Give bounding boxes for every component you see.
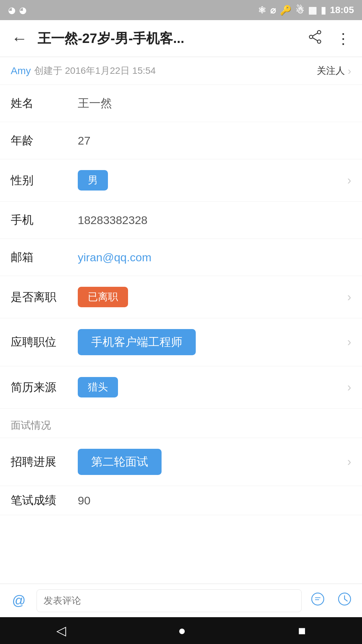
section-header-label: 面试情况 [11, 420, 51, 431]
field-row[interactable]: 简历来源猎头› [0, 366, 362, 409]
comment-icon-button[interactable] [307, 588, 328, 613]
created-text: 创建于 2016年1月22日 15:54 [34, 64, 156, 77]
status-left-icons: ◕ ◕ [8, 5, 27, 15]
tag-blue-2[interactable]: 男 [78, 170, 108, 191]
field-row[interactable]: 是否离职已离职› [0, 276, 362, 318]
field-row: 笔试成绩90 [0, 486, 362, 515]
field-label-4: 邮箱 [11, 250, 78, 265]
tag-blue-7[interactable]: 猎头 [78, 377, 118, 397]
nav-bar: ◁ ● ■ [0, 617, 362, 644]
field-row[interactable]: 应聘职位手机客户端工程师› [0, 318, 362, 366]
minus-icon: ⌀ [270, 5, 276, 16]
sim-icon: ▦ [308, 5, 317, 16]
field-row: 年龄27 [0, 122, 362, 159]
key-icon: 🔑 [280, 5, 292, 16]
nav-home-button[interactable]: ● [165, 620, 199, 641]
bottom-input-bar: @ [0, 584, 362, 617]
svg-line-3 [313, 33, 318, 36]
chevron-icon-r0: › [347, 455, 351, 469]
field-label-r1: 笔试成绩 [11, 493, 78, 508]
author-name[interactable]: Amy [11, 65, 31, 76]
nav-back-button[interactable]: ◁ [43, 620, 79, 641]
comment-input[interactable] [37, 589, 302, 612]
field-label-2: 性别 [11, 173, 78, 188]
recruitment-fields-container: 招聘进展第二轮面试›笔试成绩90 [0, 438, 362, 515]
chevron-icon-6: › [347, 335, 351, 349]
wifi-icon: ◕ [8, 5, 16, 15]
follow-link[interactable]: 关注人 › [317, 64, 351, 77]
back-button[interactable]: ← [8, 26, 31, 51]
status-bar: ◕ ◕ ⚛ ⌀ 🔑 ☃ ▦ ▮ 18:05 [0, 0, 362, 20]
field-value-6[interactable]: 手机客户端工程师 [78, 329, 344, 355]
svg-line-10 [345, 599, 347, 601]
field-label-r0: 招聘进展 [11, 454, 78, 470]
field-row: 姓名王一然 [0, 85, 362, 122]
field-value-4: yiran@qq.com [78, 251, 351, 264]
status-right-area: ⚛ ⌀ 🔑 ☃ ▦ ▮ 18:05 [258, 5, 354, 16]
signal-bars-icon: ☃ [296, 5, 304, 16]
field-value-1: 27 [78, 134, 351, 147]
field-value-r0[interactable]: 第二轮面试 [78, 449, 344, 475]
follow-label: 关注人 [317, 64, 345, 77]
share-button[interactable] [304, 26, 326, 51]
nav-square-button[interactable]: ■ [285, 620, 319, 641]
field-row[interactable]: 性别男› [0, 159, 362, 202]
page-title: 王一然-27岁-男-手机客... [38, 29, 298, 48]
field-label-1: 年龄 [11, 133, 78, 148]
svg-point-5 [312, 593, 324, 605]
chevron-icon-2: › [347, 173, 351, 187]
field-label-7: 简历来源 [11, 380, 78, 395]
field-value-r1: 90 [78, 494, 351, 507]
svg-point-2 [317, 40, 321, 43]
svg-point-1 [309, 35, 313, 39]
bluetooth-icon: ⚛ [258, 5, 266, 16]
time-display: 18:05 [330, 5, 354, 15]
signal-icon: ◕ [19, 5, 27, 15]
top-bar: ← 王一然-27岁-男-手机客... ⋮ [0, 20, 362, 57]
tag-blue-wide-r0[interactable]: 第二轮面试 [78, 449, 162, 475]
field-row: 手机18283382328 [0, 202, 362, 239]
email-value-4[interactable]: yiran@qq.com [78, 251, 152, 264]
meta-info: Amy 创建于 2016年1月22日 15:54 [11, 64, 156, 77]
tag-orange-5[interactable]: 已离职 [78, 287, 128, 307]
follow-chevron-icon: › [348, 65, 351, 77]
field-label-5: 是否离职 [11, 289, 78, 305]
field-value-2[interactable]: 男 [78, 170, 344, 191]
field-value-7[interactable]: 猎头 [78, 377, 344, 397]
svg-line-4 [313, 38, 318, 41]
chevron-icon-5: › [347, 290, 351, 304]
tag-blue-wide-6[interactable]: 手机客户端工程师 [78, 329, 196, 355]
meta-bar: Amy 创建于 2016年1月22日 15:54 关注人 › [0, 57, 362, 85]
more-button[interactable]: ⋮ [333, 26, 354, 50]
section-header: 面试情况 [0, 409, 362, 438]
chevron-icon-7: › [347, 380, 351, 394]
battery-icon: ▮ [321, 5, 326, 16]
fields-container: 姓名王一然年龄27性别男›手机18283382328邮箱yiran@qq.com… [0, 85, 362, 409]
field-row: 邮箱yiran@qq.com [0, 239, 362, 276]
at-button[interactable]: @ [7, 590, 31, 611]
field-value-0: 王一然 [78, 96, 351, 111]
field-label-0: 姓名 [11, 96, 78, 111]
field-label-6: 应聘职位 [11, 334, 78, 350]
field-value-5[interactable]: 已离职 [78, 287, 344, 307]
field-row[interactable]: 招聘进展第二轮面试› [0, 438, 362, 486]
field-label-3: 手机 [11, 212, 78, 228]
field-value-3: 18283382328 [78, 214, 351, 227]
svg-point-0 [317, 31, 321, 34]
clock-icon-button[interactable] [334, 588, 355, 613]
